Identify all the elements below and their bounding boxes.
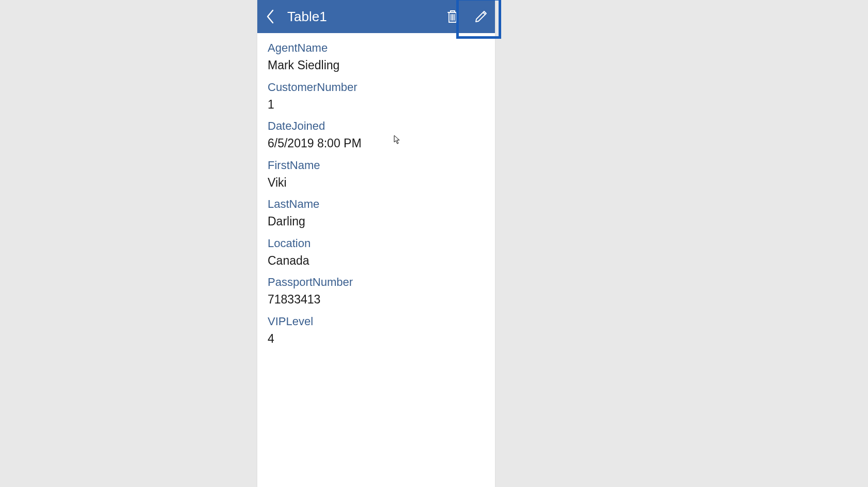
field-agentname: AgentName Mark Siedling <box>268 39 485 74</box>
field-label: LastName <box>268 195 485 212</box>
field-passportnumber: PassportNumber 71833413 <box>268 273 485 309</box>
trash-icon <box>446 9 459 24</box>
field-value: 1 <box>268 96 485 114</box>
field-label: VIPLevel <box>268 313 485 330</box>
pencil-icon <box>474 10 488 23</box>
field-location: Location Canada <box>268 235 485 270</box>
field-lastname: LastName Darling <box>268 195 485 231</box>
field-viplevel: VIPLevel 4 <box>268 313 485 348</box>
field-value: Mark Siedling <box>268 56 485 74</box>
field-value: 6/5/2019 8:00 PM <box>268 134 485 153</box>
page-title: Table1 <box>287 9 327 25</box>
edit-button[interactable] <box>467 0 495 33</box>
field-value: 4 <box>268 330 485 348</box>
field-value: 71833413 <box>268 291 485 309</box>
field-value: Darling <box>268 212 485 231</box>
field-datejoined: DateJoined 6/5/2019 8:00 PM <box>268 117 485 153</box>
detail-content: AgentName Mark Siedling CustomerNumber 1… <box>257 33 495 358</box>
header-bar: Table1 <box>257 0 495 33</box>
field-label: FirstName <box>268 157 485 174</box>
chevron-left-icon <box>266 9 274 24</box>
field-customernumber: CustomerNumber 1 <box>268 79 485 114</box>
app-container: Table1 AgentName Mark Siedling CustomerN… <box>257 0 495 487</box>
back-button[interactable] <box>257 0 283 33</box>
field-value: Viki <box>268 174 485 192</box>
field-label: PassportNumber <box>268 273 485 291</box>
field-label: CustomerNumber <box>268 79 485 96</box>
field-firstname: FirstName Viki <box>268 157 485 192</box>
delete-button[interactable] <box>438 0 467 33</box>
field-label: Location <box>268 235 485 252</box>
field-value: Canada <box>268 252 485 270</box>
field-label: AgentName <box>268 39 485 56</box>
header-actions <box>438 0 495 33</box>
field-label: DateJoined <box>268 117 485 134</box>
